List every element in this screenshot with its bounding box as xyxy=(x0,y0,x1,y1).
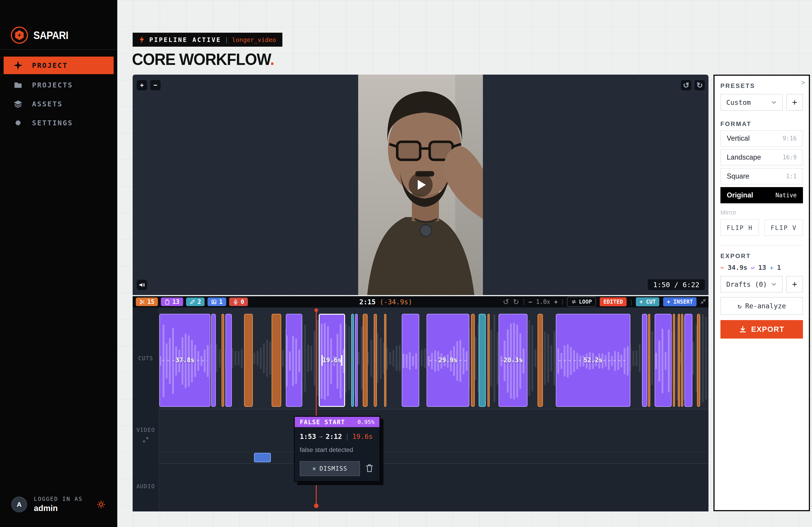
title-accent-dot: . xyxy=(270,50,274,68)
play-button[interactable] xyxy=(409,173,433,197)
folder-icon xyxy=(14,81,22,89)
format-ratio: Native xyxy=(775,192,797,199)
chevron-down-icon xyxy=(771,281,777,287)
marker-count: 1 xyxy=(219,298,223,305)
trash-icon[interactable] xyxy=(365,464,374,473)
cut-segment[interactable] xyxy=(684,314,693,407)
filler-segment[interactable] xyxy=(384,314,386,407)
reanalyze-button[interactable]: ↻ Re-analyze xyxy=(721,297,803,315)
undo-button[interactable]: ↺ xyxy=(681,80,691,90)
tooltip-time-range: 1:53 → 2:12 | 19.6s xyxy=(300,433,374,440)
sidebar-item-assets[interactable]: ASSETS xyxy=(4,96,114,112)
cut-segment-52.2s[interactable]: 52.2s xyxy=(556,314,630,407)
filler-segment[interactable] xyxy=(697,314,700,407)
flip-v-button[interactable]: FLIP V xyxy=(765,219,803,236)
waveform-bar xyxy=(310,346,312,371)
accent-segment[interactable] xyxy=(479,314,486,407)
waveform-bar xyxy=(705,317,707,400)
add-insert-button[interactable]: + INSERT xyxy=(663,297,697,306)
marker-count: 13 xyxy=(172,298,179,305)
filler-segment[interactable] xyxy=(374,314,377,407)
cut-segment[interactable] xyxy=(355,314,358,407)
cut-segment[interactable] xyxy=(225,314,232,407)
marker-badge-scissors[interactable]: 15 xyxy=(136,298,158,306)
sun-icon[interactable] xyxy=(96,499,106,509)
cut-segment[interactable] xyxy=(286,314,302,407)
cut-segment[interactable] xyxy=(655,314,672,407)
playhead-top-dot xyxy=(315,308,318,312)
loop-button[interactable]: LOOP xyxy=(567,297,596,307)
add-draft-button[interactable]: + xyxy=(786,276,803,292)
playhead-bottom-dot xyxy=(314,503,318,508)
cut-segment[interactable] xyxy=(642,314,647,407)
tooltip-confidence: 0.95% xyxy=(358,419,374,425)
waveform-bar xyxy=(639,344,641,372)
filler-segment[interactable] xyxy=(537,314,543,407)
clipboard-icon xyxy=(164,299,170,305)
add-cut-button[interactable]: + CUT xyxy=(636,297,659,306)
timeline-time: 2:15 (-34.9s) xyxy=(359,298,412,306)
redo-icon[interactable]: ↻ xyxy=(513,298,519,306)
accent-segment[interactable] xyxy=(351,314,354,407)
edited-badge[interactable]: EDITED xyxy=(600,297,627,306)
preset-select[interactable]: Custom xyxy=(721,94,783,111)
filler-segment[interactable] xyxy=(673,314,675,407)
filler-segment[interactable] xyxy=(678,314,680,407)
mic-icon xyxy=(233,299,238,305)
speed-minus-button[interactable]: − xyxy=(528,298,532,306)
collapse-timeline-icon[interactable] xyxy=(700,298,706,305)
redo-button[interactable]: ↻ xyxy=(695,80,705,90)
dismiss-button[interactable]: × DISMISS xyxy=(300,461,360,476)
toolbar-separator: | xyxy=(523,298,524,305)
waveform-bar xyxy=(547,334,549,382)
selected-cut-segment-19.6s[interactable]: 19.6s xyxy=(319,314,345,407)
filler-segment[interactable] xyxy=(221,314,224,407)
avatar[interactable]: A xyxy=(11,497,27,512)
export-label: EXPORT xyxy=(721,253,803,260)
filler-segment[interactable] xyxy=(363,314,368,407)
export-button[interactable]: EXPORT xyxy=(721,320,803,338)
filler-segment[interactable] xyxy=(648,314,650,407)
format-option-vertical[interactable]: Vertical9:16 xyxy=(721,130,803,147)
tooltip-header: FALSE START 0.95% xyxy=(295,417,379,427)
download-icon xyxy=(739,326,746,333)
filler-segment[interactable] xyxy=(244,314,253,407)
speed-plus-button[interactable]: + xyxy=(554,298,558,306)
add-preset-button[interactable]: + xyxy=(786,94,803,111)
sidebar-item-project[interactable]: PROJECT xyxy=(4,57,114,74)
sidebar-item-settings[interactable]: SETTINGS xyxy=(4,115,114,131)
marker-badge-pencil[interactable]: 2 xyxy=(186,298,205,306)
sidebar-item-label: PROJECTS xyxy=(32,81,73,89)
waveform-bar xyxy=(421,350,423,366)
undo-icon[interactable]: ↺ xyxy=(503,298,509,306)
panel-collapse-chevron[interactable]: > xyxy=(801,78,805,86)
filler-segment[interactable] xyxy=(488,314,490,407)
toolbar-separator: | xyxy=(630,298,632,305)
gear-icon xyxy=(14,119,22,127)
marker-badge-mic[interactable]: 0 xyxy=(229,298,248,306)
cut-segment-29.9s[interactable]: 29.9s xyxy=(426,314,469,407)
cut-segment-20.3s[interactable]: 20.3s xyxy=(498,314,527,407)
expand-icon[interactable] xyxy=(143,437,149,443)
filler-segment[interactable] xyxy=(272,314,281,407)
sidebar-item-label: ASSETS xyxy=(32,100,63,108)
video-clip[interactable] xyxy=(254,453,271,462)
cut-segment-37.8s[interactable]: 37.8s xyxy=(159,314,211,407)
cut-segment[interactable] xyxy=(211,314,216,407)
sidebar-nav: PROJECTPROJECTSASSETSSETTINGS xyxy=(0,57,117,134)
cuts-track-content: 37.8s19.6s29.9s20.3s52.2s xyxy=(159,307,709,409)
flip-h-button[interactable]: FLIP H xyxy=(721,219,759,236)
filler-segment[interactable] xyxy=(681,314,683,407)
drafts-select[interactable]: Drafts (0) xyxy=(721,276,783,292)
format-option-square[interactable]: Square1:1 xyxy=(721,168,803,184)
zoom-in-button[interactable]: + xyxy=(137,80,147,90)
zoom-out-button[interactable]: − xyxy=(150,80,161,90)
format-option-landscape[interactable]: Landscape16:9 xyxy=(721,149,803,165)
marker-badge-image[interactable]: 1 xyxy=(207,298,226,306)
filler-segment[interactable] xyxy=(471,314,475,407)
marker-badge-clipboard[interactable]: 13 xyxy=(161,298,183,306)
speaker-icon[interactable] xyxy=(137,280,147,290)
format-option-original[interactable]: OriginalNative xyxy=(721,187,803,203)
cut-segment[interactable] xyxy=(402,314,419,407)
sidebar-item-projects[interactable]: PROJECTS xyxy=(4,77,114,93)
